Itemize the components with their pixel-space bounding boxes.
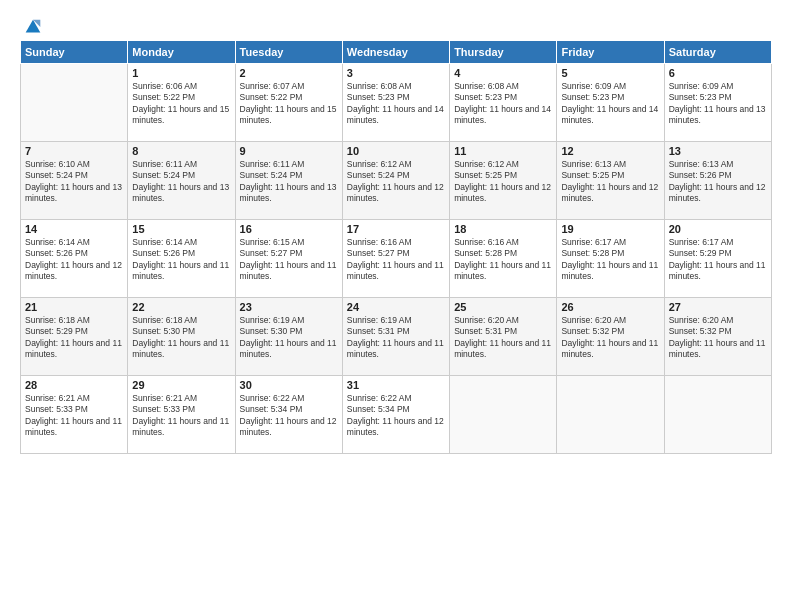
day-number: 7 [25, 145, 123, 157]
table-row: 11 Sunrise: 6:12 AMSunset: 5:25 PMDaylig… [450, 142, 557, 220]
day-number: 9 [240, 145, 338, 157]
cell-info: Sunrise: 6:16 AMSunset: 5:27 PMDaylight:… [347, 237, 444, 281]
calendar-week-4: 21 Sunrise: 6:18 AMSunset: 5:29 PMDaylig… [21, 298, 772, 376]
table-row: 2 Sunrise: 6:07 AMSunset: 5:22 PMDayligh… [235, 64, 342, 142]
cell-info: Sunrise: 6:12 AMSunset: 5:25 PMDaylight:… [454, 159, 551, 203]
cell-info: Sunrise: 6:17 AMSunset: 5:28 PMDaylight:… [561, 237, 658, 281]
table-row: 25 Sunrise: 6:20 AMSunset: 5:31 PMDaylig… [450, 298, 557, 376]
calendar-week-1: 1 Sunrise: 6:06 AMSunset: 5:22 PMDayligh… [21, 64, 772, 142]
table-row: 16 Sunrise: 6:15 AMSunset: 5:27 PMDaylig… [235, 220, 342, 298]
col-saturday: Saturday [664, 41, 771, 64]
header [20, 16, 772, 34]
day-number: 4 [454, 67, 552, 79]
day-number: 25 [454, 301, 552, 313]
day-number: 26 [561, 301, 659, 313]
table-row: 3 Sunrise: 6:08 AMSunset: 5:23 PMDayligh… [342, 64, 449, 142]
cell-info: Sunrise: 6:11 AMSunset: 5:24 PMDaylight:… [240, 159, 337, 203]
day-number: 1 [132, 67, 230, 79]
day-number: 2 [240, 67, 338, 79]
table-row: 1 Sunrise: 6:06 AMSunset: 5:22 PMDayligh… [128, 64, 235, 142]
cell-info: Sunrise: 6:12 AMSunset: 5:24 PMDaylight:… [347, 159, 444, 203]
col-wednesday: Wednesday [342, 41, 449, 64]
calendar-table: Sunday Monday Tuesday Wednesday Thursday… [20, 40, 772, 454]
table-row [21, 64, 128, 142]
table-row: 17 Sunrise: 6:16 AMSunset: 5:27 PMDaylig… [342, 220, 449, 298]
table-row: 20 Sunrise: 6:17 AMSunset: 5:29 PMDaylig… [664, 220, 771, 298]
table-row: 14 Sunrise: 6:14 AMSunset: 5:26 PMDaylig… [21, 220, 128, 298]
table-row: 31 Sunrise: 6:22 AMSunset: 5:34 PMDaylig… [342, 376, 449, 454]
day-number: 6 [669, 67, 767, 79]
calendar-page: Sunday Monday Tuesday Wednesday Thursday… [0, 0, 792, 612]
day-number: 28 [25, 379, 123, 391]
col-thursday: Thursday [450, 41, 557, 64]
col-sunday: Sunday [21, 41, 128, 64]
day-number: 12 [561, 145, 659, 157]
day-number: 30 [240, 379, 338, 391]
cell-info: Sunrise: 6:17 AMSunset: 5:29 PMDaylight:… [669, 237, 766, 281]
day-number: 11 [454, 145, 552, 157]
day-number: 18 [454, 223, 552, 235]
calendar-week-5: 28 Sunrise: 6:21 AMSunset: 5:33 PMDaylig… [21, 376, 772, 454]
calendar-week-2: 7 Sunrise: 6:10 AMSunset: 5:24 PMDayligh… [21, 142, 772, 220]
day-number: 31 [347, 379, 445, 391]
day-number: 23 [240, 301, 338, 313]
day-number: 13 [669, 145, 767, 157]
table-row: 19 Sunrise: 6:17 AMSunset: 5:28 PMDaylig… [557, 220, 664, 298]
table-row: 10 Sunrise: 6:12 AMSunset: 5:24 PMDaylig… [342, 142, 449, 220]
table-row [450, 376, 557, 454]
table-row: 18 Sunrise: 6:16 AMSunset: 5:28 PMDaylig… [450, 220, 557, 298]
cell-info: Sunrise: 6:19 AMSunset: 5:31 PMDaylight:… [347, 315, 444, 359]
cell-info: Sunrise: 6:21 AMSunset: 5:33 PMDaylight:… [25, 393, 122, 437]
logo [20, 16, 44, 34]
cell-info: Sunrise: 6:07 AMSunset: 5:22 PMDaylight:… [240, 81, 337, 125]
col-monday: Monday [128, 41, 235, 64]
cell-info: Sunrise: 6:20 AMSunset: 5:31 PMDaylight:… [454, 315, 551, 359]
cell-info: Sunrise: 6:18 AMSunset: 5:30 PMDaylight:… [132, 315, 229, 359]
table-row: 12 Sunrise: 6:13 AMSunset: 5:25 PMDaylig… [557, 142, 664, 220]
day-number: 15 [132, 223, 230, 235]
cell-info: Sunrise: 6:11 AMSunset: 5:24 PMDaylight:… [132, 159, 229, 203]
cell-info: Sunrise: 6:20 AMSunset: 5:32 PMDaylight:… [669, 315, 766, 359]
cell-info: Sunrise: 6:13 AMSunset: 5:26 PMDaylight:… [669, 159, 766, 203]
cell-info: Sunrise: 6:09 AMSunset: 5:23 PMDaylight:… [561, 81, 658, 125]
cell-info: Sunrise: 6:16 AMSunset: 5:28 PMDaylight:… [454, 237, 551, 281]
cell-info: Sunrise: 6:15 AMSunset: 5:27 PMDaylight:… [240, 237, 337, 281]
table-row: 9 Sunrise: 6:11 AMSunset: 5:24 PMDayligh… [235, 142, 342, 220]
table-row: 4 Sunrise: 6:08 AMSunset: 5:23 PMDayligh… [450, 64, 557, 142]
cell-info: Sunrise: 6:08 AMSunset: 5:23 PMDaylight:… [454, 81, 551, 125]
cell-info: Sunrise: 6:09 AMSunset: 5:23 PMDaylight:… [669, 81, 766, 125]
cell-info: Sunrise: 6:14 AMSunset: 5:26 PMDaylight:… [25, 237, 122, 281]
table-row: 23 Sunrise: 6:19 AMSunset: 5:30 PMDaylig… [235, 298, 342, 376]
cell-info: Sunrise: 6:08 AMSunset: 5:23 PMDaylight:… [347, 81, 444, 125]
day-number: 27 [669, 301, 767, 313]
table-row: 29 Sunrise: 6:21 AMSunset: 5:33 PMDaylig… [128, 376, 235, 454]
day-number: 24 [347, 301, 445, 313]
day-number: 14 [25, 223, 123, 235]
day-number: 19 [561, 223, 659, 235]
table-row [557, 376, 664, 454]
table-row: 28 Sunrise: 6:21 AMSunset: 5:33 PMDaylig… [21, 376, 128, 454]
cell-info: Sunrise: 6:10 AMSunset: 5:24 PMDaylight:… [25, 159, 122, 203]
logo-icon [22, 16, 44, 38]
day-number: 16 [240, 223, 338, 235]
table-row: 24 Sunrise: 6:19 AMSunset: 5:31 PMDaylig… [342, 298, 449, 376]
table-row: 8 Sunrise: 6:11 AMSunset: 5:24 PMDayligh… [128, 142, 235, 220]
day-number: 20 [669, 223, 767, 235]
table-row: 13 Sunrise: 6:13 AMSunset: 5:26 PMDaylig… [664, 142, 771, 220]
day-number: 21 [25, 301, 123, 313]
cell-info: Sunrise: 6:22 AMSunset: 5:34 PMDaylight:… [240, 393, 337, 437]
table-row: 21 Sunrise: 6:18 AMSunset: 5:29 PMDaylig… [21, 298, 128, 376]
table-row: 30 Sunrise: 6:22 AMSunset: 5:34 PMDaylig… [235, 376, 342, 454]
table-row: 26 Sunrise: 6:20 AMSunset: 5:32 PMDaylig… [557, 298, 664, 376]
table-row [664, 376, 771, 454]
cell-info: Sunrise: 6:13 AMSunset: 5:25 PMDaylight:… [561, 159, 658, 203]
cell-info: Sunrise: 6:22 AMSunset: 5:34 PMDaylight:… [347, 393, 444, 437]
calendar-week-3: 14 Sunrise: 6:14 AMSunset: 5:26 PMDaylig… [21, 220, 772, 298]
day-number: 29 [132, 379, 230, 391]
table-row: 22 Sunrise: 6:18 AMSunset: 5:30 PMDaylig… [128, 298, 235, 376]
table-row: 15 Sunrise: 6:14 AMSunset: 5:26 PMDaylig… [128, 220, 235, 298]
day-number: 3 [347, 67, 445, 79]
cell-info: Sunrise: 6:18 AMSunset: 5:29 PMDaylight:… [25, 315, 122, 359]
cell-info: Sunrise: 6:19 AMSunset: 5:30 PMDaylight:… [240, 315, 337, 359]
cell-info: Sunrise: 6:14 AMSunset: 5:26 PMDaylight:… [132, 237, 229, 281]
